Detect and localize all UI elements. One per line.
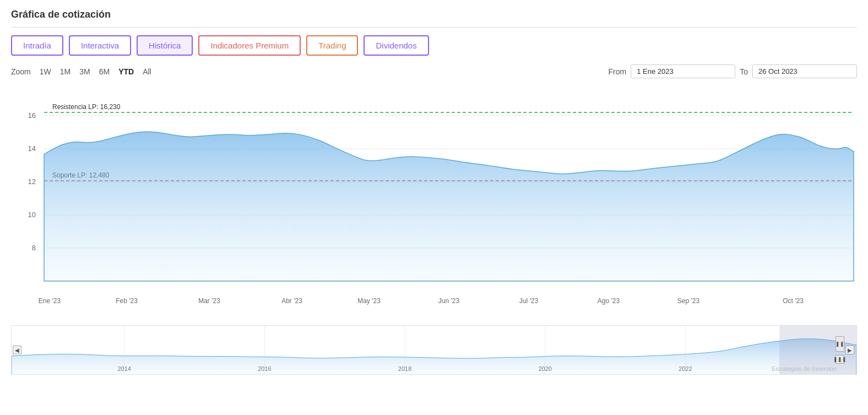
- zoom-label: Zoom: [11, 67, 31, 76]
- svg-text:Oct '23: Oct '23: [783, 297, 804, 305]
- from-to-section: From To: [609, 64, 857, 78]
- tab-dividends[interactable]: Dividendos: [364, 35, 428, 56]
- svg-text:2022: 2022: [679, 365, 692, 372]
- tab-interactive[interactable]: Interactiva: [69, 35, 131, 56]
- watermark: Estrategias de Inversión: [772, 365, 837, 372]
- main-chart-svg: 16 14 12 10 8 Resistencia LP: 16,230 Sop…: [11, 88, 857, 320]
- zoom-6m[interactable]: 6M: [99, 67, 110, 76]
- svg-text:2018: 2018: [398, 365, 411, 372]
- main-chart-area: 16 14 12 10 8 Resistencia LP: 16,230 Sop…: [11, 88, 857, 320]
- section-title: Gráfica de cotización: [11, 9, 857, 20]
- svg-text:2020: 2020: [539, 365, 552, 372]
- zoom-1w[interactable]: 1W: [40, 67, 51, 76]
- tab-trading[interactable]: Trading: [306, 35, 358, 56]
- svg-text:Feb '23: Feb '23: [116, 297, 138, 305]
- to-date-input[interactable]: [752, 64, 857, 78]
- tab-historical[interactable]: Histórica: [137, 35, 193, 56]
- mini-chart-container: 2014 2016 2018 2020 2022 ◀ ❚❚ ❚❚❚ ▶ Estr…: [11, 325, 857, 375]
- divider: [11, 27, 857, 28]
- svg-text:2014: 2014: [118, 365, 131, 372]
- from-label: From: [609, 67, 627, 76]
- svg-text:May '23: May '23: [357, 297, 381, 305]
- scroll-bar-thumb[interactable]: ❚❚❚: [836, 355, 844, 364]
- svg-text:16: 16: [28, 111, 36, 120]
- zoom-ytd[interactable]: YTD: [118, 67, 134, 76]
- scroll-right-controls: ❚❚ ❚❚❚ ▶: [836, 326, 855, 374]
- zoom-all[interactable]: All: [143, 67, 151, 76]
- svg-text:Ene '23: Ene '23: [39, 297, 61, 305]
- tab-intraday[interactable]: Intradía: [11, 35, 63, 56]
- zoom-1m[interactable]: 1M: [60, 67, 70, 76]
- svg-text:10: 10: [28, 211, 36, 219]
- scroll-right-btn[interactable]: ▶: [845, 346, 854, 354]
- svg-text:12: 12: [28, 177, 36, 186]
- svg-text:Jun '23: Jun '23: [438, 297, 460, 305]
- svg-text:14: 14: [28, 144, 36, 153]
- mini-chart-svg: 2014 2016 2018 2020 2022: [12, 326, 856, 375]
- svg-text:Abr '23: Abr '23: [281, 297, 302, 305]
- scroll-handle-left[interactable]: ❚❚: [836, 336, 844, 352]
- zoom-row: Zoom 1W 1M 3M 6M YTD All From To: [11, 64, 857, 78]
- svg-text:Resistencia LP: 16,230: Resistencia LP: 16,230: [52, 103, 121, 111]
- svg-text:8: 8: [32, 244, 36, 252]
- from-date-input[interactable]: [631, 64, 735, 78]
- svg-text:Mar '23: Mar '23: [198, 297, 220, 305]
- tab-premium[interactable]: Indicadores Premium: [198, 35, 301, 56]
- svg-text:Sep '23: Sep '23: [677, 297, 700, 305]
- svg-text:2016: 2016: [258, 365, 271, 372]
- tabs-row: Intradía Interactiva Histórica Indicador…: [11, 35, 857, 56]
- svg-text:Ago '23: Ago '23: [598, 297, 620, 305]
- zoom-3m[interactable]: 3M: [79, 67, 90, 76]
- svg-text:Jul '23: Jul '23: [519, 297, 539, 305]
- main-container: Gráfica de cotización Intradía Interacti…: [0, 0, 868, 380]
- to-label: To: [740, 67, 748, 76]
- scroll-left-btn[interactable]: ◀: [12, 326, 21, 374]
